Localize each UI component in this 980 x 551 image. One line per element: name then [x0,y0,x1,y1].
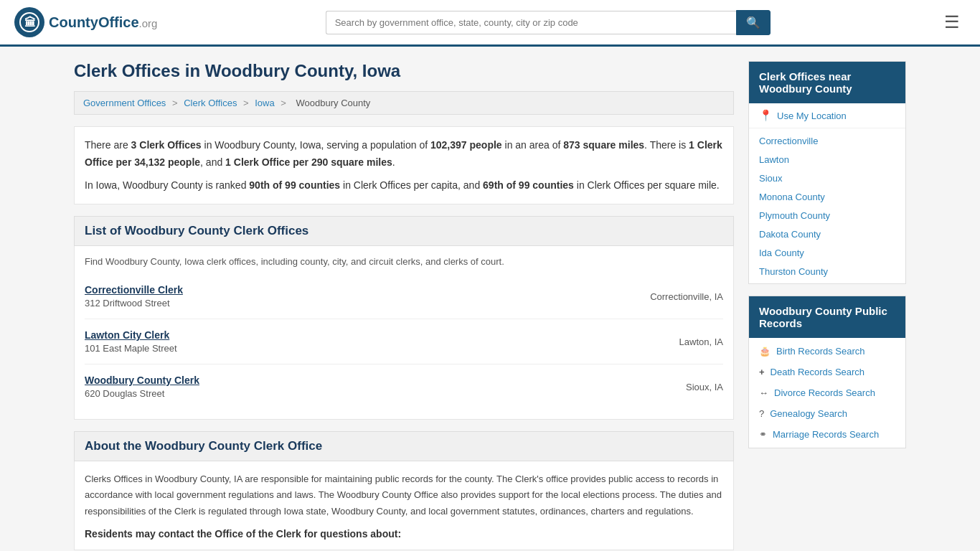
marriage-icon: ⚭ [759,429,767,440]
genealogy-link[interactable]: Genealogy Search [770,408,847,419]
nearby-link-2[interactable]: Sioux [759,173,783,184]
info-para-2: In Iowa, Woodbury County is ranked 90th … [85,177,723,194]
content-area: Clerk Offices in Woodbury County, Iowa G… [74,61,734,551]
area-bold: 873 square miles [563,139,644,151]
nearby-item-7[interactable]: Thurston County [749,262,905,281]
sidebar-records-list: 🎂 Birth Records Search + Death Records S… [749,338,905,448]
location-pin-icon: 📍 [759,109,773,122]
list-section-header: List of Woodbury County Clerk Offices [74,216,734,246]
header: 🏛 CountyOffice.org 🔍 ☰ [0,0,980,47]
sidebar-records-title: Woodbury County Public Records [749,296,905,338]
breadcrumb-iowa[interactable]: Iowa [255,98,274,108]
page-title: Clerk Offices in Woodbury County, Iowa [74,61,734,81]
clerk-entry-1: Correctionville Clerk 312 Driftwood Stre… [85,274,723,319]
use-location-link[interactable]: Use My Location [777,110,847,121]
list-content-block: Find Woodbury County, Iowa clerk offices… [74,246,734,420]
nearby-link-5[interactable]: Dakota County [759,229,821,240]
sidebar-nearby-box: Clerk Offices near Woodbury County 📍 Use… [748,61,906,284]
main-wrapper: Clerk Offices in Woodbury County, Iowa G… [60,47,920,551]
about-section-header: About the Woodbury County Clerk Office [74,431,734,461]
clerk-entry-2: Lawton City Clerk 101 East Maple Street … [85,319,723,364]
logo-area[interactable]: 🏛 CountyOffice.org [14,7,157,37]
breadcrumb-government-offices[interactable]: Government Offices [83,98,166,108]
records-item-2[interactable]: ↔ Divorce Records Search [749,382,905,403]
nearby-item-5[interactable]: Dakota County [749,225,905,243]
death-records-link[interactable]: Death Records Search [771,367,865,377]
clerk-entry-3: Woodbury County Clerk 620 Douglas Street… [85,364,723,409]
rank1-bold: 90th of 99 counties [249,179,340,191]
per-sqmile-bold: 1 Clerk Office per 290 square miles [225,156,392,168]
clerk-address-1: 312 Driftwood Street [85,298,183,309]
genealogy-icon: ? [759,408,764,419]
menu-button[interactable]: ☰ [938,9,966,35]
birth-records-link[interactable]: Birth Records Search [776,346,865,357]
nearby-link-6[interactable]: Ida County [759,248,804,258]
divorce-records-link[interactable]: Divorce Records Search [774,387,875,398]
nearby-item-0[interactable]: Correctionville [749,131,905,150]
use-location-item[interactable]: 📍 Use My Location [749,103,905,128]
nearby-item-2[interactable]: Sioux [749,169,905,187]
clerk-info-2: Lawton City Clerk 101 East Maple Street [85,329,177,354]
clerk-name-2[interactable]: Lawton City Clerk [85,329,169,341]
marriage-records-link[interactable]: Marriage Records Search [773,429,879,440]
list-desc: Find Woodbury County, Iowa clerk offices… [85,256,723,267]
sidebar: Clerk Offices near Woodbury County 📍 Use… [748,61,906,551]
records-item-1[interactable]: + Death Records Search [749,362,905,382]
clerk-city-3: Sioux, IA [686,382,723,392]
records-item-4[interactable]: ⚭ Marriage Records Search [749,424,905,445]
clerk-count-bold: 3 Clerk Offices [131,139,202,151]
search-button[interactable]: 🔍 [736,10,771,35]
nearby-link-7[interactable]: Thurston County [759,266,828,277]
birth-icon: 🎂 [759,346,771,357]
records-item-3[interactable]: ? Genealogy Search [749,403,905,424]
nearby-item-1[interactable]: Lawton [749,150,905,169]
clerk-city-1: Correctionville, IA [650,291,723,302]
clerk-city-2: Lawton, IA [679,336,723,347]
nearby-link-4[interactable]: Plymouth County [759,210,830,221]
clerk-address-3: 620 Douglas Street [85,388,199,399]
search-area: 🔍 [326,10,771,35]
nearby-link-3[interactable]: Monona County [759,192,825,202]
breadcrumb-current: Woodbury County [296,98,371,108]
death-icon: + [759,367,765,377]
about-content-block: Clerks Offices in Woodbury County, IA ar… [74,461,734,550]
nearby-item-4[interactable]: Plymouth County [749,206,905,225]
about-desc: Clerks Offices in Woodbury County, IA ar… [85,471,723,519]
clerk-address-2: 101 East Maple Street [85,343,177,354]
sidebar-nearby-list: Correctionville Lawton Sioux Monona Coun… [749,128,905,283]
population-bold: 102,397 people [430,139,502,151]
sidebar-nearby-title: Clerk Offices near Woodbury County [749,62,905,103]
nearby-link-1[interactable]: Lawton [759,154,789,165]
clerk-info-1: Correctionville Clerk 312 Driftwood Stre… [85,284,183,309]
about-contact-title: Residents may contact the Office of the … [85,528,723,540]
sidebar-records-box: Woodbury County Public Records 🎂 Birth R… [748,296,906,448]
logo-icon: 🏛 [14,7,44,37]
breadcrumb: Government Offices > Clerk Offices > Iow… [74,91,734,115]
info-block: There are 3 Clerk Offices in Woodbury Co… [74,126,734,204]
clerk-info-3: Woodbury County Clerk 620 Douglas Street [85,375,199,399]
records-item-0[interactable]: 🎂 Birth Records Search [749,341,905,362]
info-para-1: There are 3 Clerk Offices in Woodbury Co… [85,137,723,171]
clerk-name-1[interactable]: Correctionville Clerk [85,284,183,296]
rank2-bold: 69th of 99 counties [483,179,574,191]
nearby-item-6[interactable]: Ida County [749,243,905,262]
clerk-name-3[interactable]: Woodbury County Clerk [85,375,199,386]
breadcrumb-clerk-offices[interactable]: Clerk Offices [184,98,237,108]
divorce-icon: ↔ [759,387,768,398]
nearby-item-3[interactable]: Monona County [749,187,905,206]
svg-text:🏛: 🏛 [24,16,36,29]
nearby-link-0[interactable]: Correctionville [759,136,818,146]
logo-text: CountyOffice.org [49,14,157,31]
search-input[interactable] [326,11,736,34]
